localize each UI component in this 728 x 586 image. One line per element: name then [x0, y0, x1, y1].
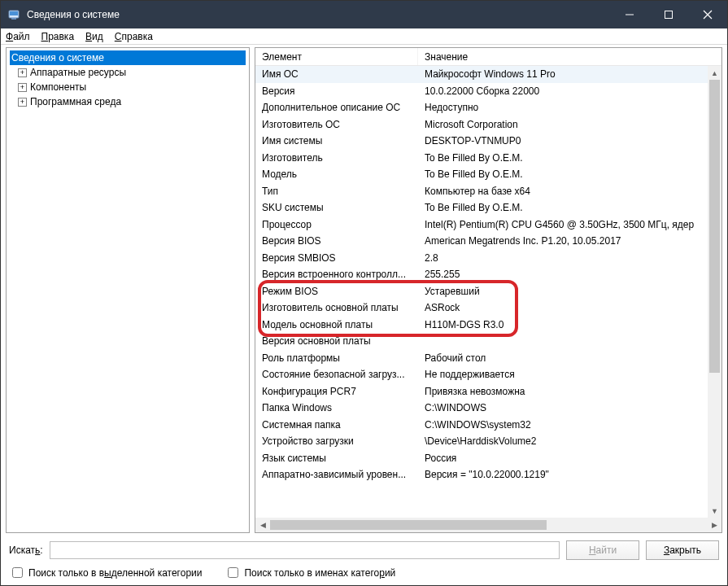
list-item[interactable]: SKU системыTo Be Filled By O.E.M.: [255, 199, 721, 216]
item-value: Привязка невозможна: [418, 386, 721, 397]
vertical-scrollbar[interactable]: ▲ ▼: [708, 66, 721, 518]
item-element: Конфигурация PCR7: [255, 386, 418, 397]
menubar: Файл Правка Вид Справка: [1, 28, 727, 45]
item-element: Язык системы: [255, 453, 418, 464]
search-input[interactable]: [50, 541, 560, 559]
check-names-only[interactable]: Поиск только в именах категорий: [225, 565, 395, 580]
list-item[interactable]: Имя системыDESKTOP-VTNMUP0: [255, 133, 721, 150]
item-value: \Device\HarddiskVolume2: [418, 435, 721, 447]
item-value: Майкрософт Windows 11 Pro: [418, 68, 721, 80]
detail-panel: Элемент Значение Имя ОСМайкрософт Window…: [255, 47, 722, 533]
item-value: ASRock: [418, 302, 721, 313]
svg-rect-4: [665, 11, 673, 19]
scroll-down-icon[interactable]: ▼: [708, 504, 721, 518]
tree-item-software-env[interactable]: + Программная среда: [8, 94, 247, 109]
minimize-button[interactable]: [610, 1, 649, 28]
close-button[interactable]: [688, 1, 727, 28]
list-item[interactable]: Конфигурация PCR7Привязка невозможна: [255, 383, 721, 400]
item-value: Рабочий стол: [418, 352, 721, 364]
scroll-up-icon[interactable]: ▲: [708, 66, 721, 80]
list-item[interactable]: Версия встроенного контролл...255.255: [255, 266, 721, 283]
plus-icon[interactable]: +: [18, 98, 27, 107]
scroll-thumb[interactable]: [709, 80, 720, 373]
item-value: To Be Filled By O.E.M.: [418, 152, 721, 164]
tree-item-hardware[interactable]: + Аппаратные ресурсы: [8, 65, 247, 80]
item-element: Тип: [255, 186, 418, 197]
item-element: Дополнительное описание ОС: [255, 102, 418, 113]
list-item[interactable]: Устройство загрузки\Device\HarddiskVolum…: [255, 433, 721, 450]
system-info-window: Сведения о системе Файл Правка Вид Справ…: [0, 0, 728, 586]
item-value: To Be Filled By O.E.M.: [418, 168, 721, 180]
item-element: Изготовитель ОС: [255, 119, 418, 130]
app-icon: [7, 8, 20, 21]
item-element: Системная папка: [255, 419, 418, 431]
list-item[interactable]: Системная папкаC:\WINDOWS\system32: [255, 417, 721, 434]
svg-rect-2: [11, 18, 16, 20]
item-element: Версия BIOS: [255, 235, 418, 247]
list-item[interactable]: ПроцессорIntel(R) Pentium(R) CPU G4560 @…: [255, 216, 721, 234]
horizontal-scrollbar[interactable]: ◀ ▶: [255, 518, 721, 532]
item-value: To Be Filled By O.E.M.: [418, 202, 721, 213]
item-value: 255.255: [418, 269, 721, 280]
check-names-only-box[interactable]: [228, 567, 238, 578]
list-item[interactable]: Роль платформыРабочий стол: [255, 350, 721, 367]
item-value: Россия: [418, 453, 721, 464]
item-value: C:\WINDOWS: [418, 402, 721, 413]
item-value: Не поддерживается: [418, 369, 721, 380]
plus-icon[interactable]: +: [18, 83, 27, 92]
list-item[interactable]: Режим BIOSУстаревший: [255, 283, 721, 300]
list-item[interactable]: ИзготовительTo Be Filled By O.E.M.: [255, 150, 721, 167]
check-category-only-box[interactable]: [12, 567, 23, 578]
tree-panel[interactable]: Сведения о системе + Аппаратные ресурсы …: [6, 47, 250, 533]
column-element[interactable]: Элемент: [255, 48, 418, 65]
tree-root-system-summary[interactable]: Сведения о системе: [10, 50, 246, 65]
hscroll-thumb[interactable]: [270, 520, 547, 530]
list-item[interactable]: Изготовитель ОСMicrosoft Corporation: [255, 116, 721, 133]
list-item[interactable]: Изготовитель основной платыASRock: [255, 300, 721, 317]
list-item[interactable]: Версия SMBIOS2.8: [255, 250, 721, 267]
menu-edit[interactable]: Правка: [41, 31, 75, 42]
item-element: Версия SMBIOS: [255, 252, 418, 264]
item-element: Роль платформы: [255, 352, 418, 364]
list-item[interactable]: Папка WindowsC:\WINDOWS: [255, 400, 721, 417]
item-element: Версия встроенного контролл...: [255, 269, 418, 280]
item-value: DESKTOP-VTNMUP0: [418, 135, 721, 146]
close-search-button[interactable]: Закрыть: [646, 540, 719, 560]
list-item[interactable]: Версия10.0.22000 Сборка 22000: [255, 83, 721, 100]
list-item[interactable]: Дополнительное описание ОСНедоступно: [255, 99, 721, 116]
item-element: Папка Windows: [255, 402, 418, 413]
search-label: Искать:: [9, 544, 43, 556]
item-value: American Megatrends Inc. P1.20, 10.05.20…: [418, 235, 721, 247]
list-item[interactable]: Аппаратно-зависимый уровен...Версия = "1…: [255, 466, 721, 483]
item-element: Процессор: [255, 219, 418, 230]
menu-help[interactable]: Справка: [115, 31, 153, 42]
list-item[interactable]: Модель основной платыH110M-DGS R3.0: [255, 317, 721, 334]
item-value: C:\WINDOWS\system32: [418, 419, 721, 431]
search-bar: Искать: Найти Закрыть Поиск только в выд…: [1, 536, 727, 585]
list-item[interactable]: МодельTo Be Filled By O.E.M.: [255, 166, 721, 183]
menu-file[interactable]: Файл: [6, 31, 30, 42]
list-item[interactable]: Язык системыРоссия: [255, 450, 721, 467]
detail-rows[interactable]: Имя ОСМайкрософт Windows 11 ProВерсия10.…: [255, 66, 721, 518]
scroll-right-icon[interactable]: ▶: [707, 518, 721, 532]
item-element: SKU системы: [255, 202, 418, 213]
list-item[interactable]: Версия BIOSAmerican Megatrends Inc. P1.2…: [255, 233, 721, 250]
titlebar[interactable]: Сведения о системе: [1, 1, 727, 28]
list-item[interactable]: Состояние безопасной загруз...Не поддерж…: [255, 366, 721, 383]
check-category-only[interactable]: Поиск только в выделенной категории: [9, 565, 202, 580]
list-item[interactable]: ТипКомпьютер на базе x64: [255, 183, 721, 200]
item-value: Недоступно: [418, 102, 721, 113]
plus-icon[interactable]: +: [18, 68, 27, 77]
tree-item-components[interactable]: + Компоненты: [8, 80, 247, 94]
find-button[interactable]: Найти: [566, 540, 639, 560]
column-value[interactable]: Значение: [418, 48, 721, 65]
item-value: Intel(R) Pentium(R) CPU G4560 @ 3.50GHz,…: [418, 219, 721, 230]
item-value: Компьютер на базе x64: [418, 186, 721, 197]
maximize-button[interactable]: [649, 1, 688, 28]
item-element: Состояние безопасной загруз...: [255, 369, 418, 380]
menu-view[interactable]: Вид: [85, 31, 103, 42]
list-item[interactable]: Версия основной платы: [255, 333, 721, 350]
item-element: Имя ОС: [255, 68, 418, 80]
list-item[interactable]: Имя ОСМайкрософт Windows 11 Pro: [255, 66, 721, 83]
scroll-left-icon[interactable]: ◀: [255, 518, 270, 532]
